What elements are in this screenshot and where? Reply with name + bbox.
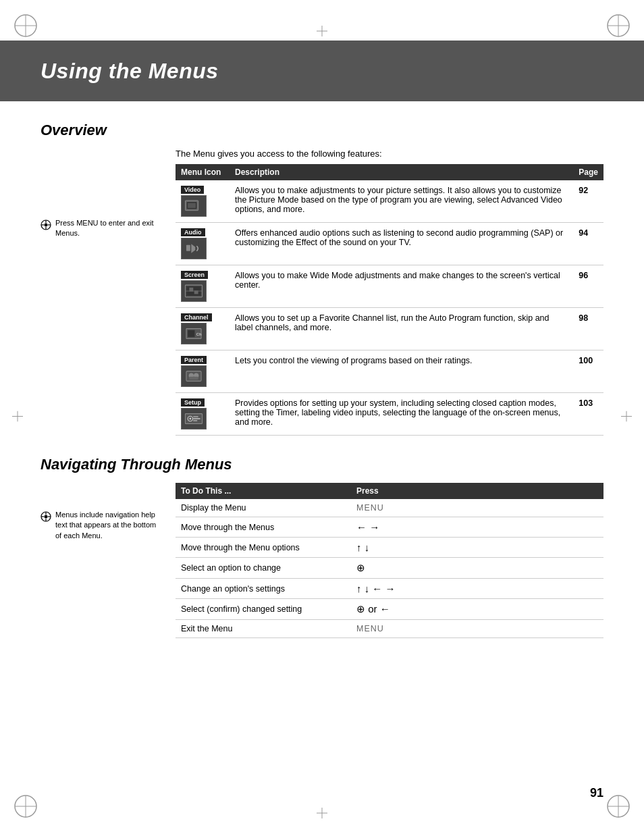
svg-rect-27 xyxy=(186,245,190,251)
page-cell: 100 xyxy=(573,350,603,393)
overview-intro: The Menu gives you access to the followi… xyxy=(176,149,603,159)
press-cell: MENU xyxy=(351,620,603,638)
menu-icon-small xyxy=(41,219,51,233)
table-row: Video Allows you to make adjustments to … xyxy=(176,180,603,223)
description-cell: Allows you to make Wide Mode adjustments… xyxy=(230,265,573,308)
icon-cell: Parent xyxy=(181,356,224,387)
corner-mark-br xyxy=(605,793,632,822)
col-menu-icon: Menu Icon xyxy=(176,164,230,180)
icon-label: Channel xyxy=(181,313,212,321)
action-cell: Select an option to change xyxy=(176,558,351,579)
overview-table: Menu Icon Description Page Video Allows … xyxy=(176,164,603,436)
header-banner: Using the Menus xyxy=(0,41,644,101)
icon-label: Video xyxy=(181,186,204,194)
press-cell: ⊕ xyxy=(351,558,603,579)
action-cell: Select (confirm) changed setting xyxy=(176,599,351,620)
page-number: 91 xyxy=(590,786,603,800)
press-cell: MENU xyxy=(351,499,603,517)
table-row: Audio Offers enhanced audio options such… xyxy=(176,223,603,265)
description-cell: Offers enhanced audio options such as li… xyxy=(230,223,573,265)
action-cell: Display the Menu xyxy=(176,499,351,517)
svg-rect-34 xyxy=(188,330,194,337)
menu-icon-cell: Parent xyxy=(176,350,230,393)
icon-label: Parent xyxy=(181,356,207,364)
overview-table-header-row: Menu Icon Description Page xyxy=(176,164,603,180)
svg-rect-39 xyxy=(189,377,198,380)
icon-label: Audio xyxy=(181,228,205,236)
nav-col-action: To Do This ... xyxy=(176,483,351,499)
press-cell: ⊕ or ← xyxy=(351,599,603,620)
nav-table: To Do This ... Press Display the MenuMEN… xyxy=(176,483,603,638)
overview-section: Overview The Menu gives you access to th… xyxy=(41,122,603,436)
press-cell: ↑ ↓ ← → xyxy=(351,579,603,599)
description-cell: Provides options for setting up your sys… xyxy=(230,393,573,436)
main-content: Overview The Menu gives you access to th… xyxy=(41,115,603,638)
page-cell: 96 xyxy=(573,265,603,308)
overview-sidebar-text: Press MENU to enter and exit Menus. xyxy=(55,218,162,239)
icon-cell: Channel Ch xyxy=(181,313,224,344)
nav-sidebar-text: Menus include navigation help text that … xyxy=(55,510,162,541)
icon-cell: Screen xyxy=(181,271,224,302)
description-cell: Allows you to set up a Favorite Channel … xyxy=(230,308,573,350)
nav-section: Navigating Through Menus xyxy=(41,456,603,638)
top-center-mark xyxy=(317,26,327,38)
svg-point-19 xyxy=(45,224,48,227)
table-row: Move through the Menu options↑ ↓ xyxy=(176,538,603,558)
table-row: Exit the MenuMENU xyxy=(176,620,603,638)
icon-label: Screen xyxy=(181,271,208,279)
bottom-center-mark xyxy=(317,808,327,820)
action-cell: Change an option's settings xyxy=(176,579,351,599)
svg-rect-36 xyxy=(186,371,201,382)
icon-image xyxy=(181,238,207,259)
overview-layout: Press MENU to enter and exit Menus. Menu… xyxy=(41,164,603,436)
description-cell: Lets you control the viewing of programs… xyxy=(230,350,573,393)
table-row: Setup Provides options for setting up yo… xyxy=(176,393,603,436)
icon-image: Ch xyxy=(181,323,207,344)
table-row: Move through the Menus← → xyxy=(176,517,603,538)
svg-text:Ch: Ch xyxy=(196,332,202,336)
right-center-mark xyxy=(621,411,632,423)
corner-mark-tl xyxy=(12,12,39,41)
menu-icon-cell: Video xyxy=(176,180,230,223)
table-row: Display the MenuMENU xyxy=(176,499,603,517)
overview-heading: Overview xyxy=(41,122,603,139)
table-row: Screen Allows you to make Wide Mode adju… xyxy=(176,265,603,308)
action-cell: Move through the Menu options xyxy=(176,538,351,558)
nav-sidebar-note: Menus include navigation help text that … xyxy=(41,510,162,541)
table-row: Parent Lets you control the viewing of p… xyxy=(176,350,603,393)
icon-label: Setup xyxy=(181,398,205,407)
svg-rect-32 xyxy=(194,290,198,294)
icon-cell: Audio xyxy=(181,228,224,259)
menu-icon-cell: Audio xyxy=(176,223,230,265)
action-cell: Move through the Menus xyxy=(176,517,351,538)
press-cell: ← → xyxy=(351,517,603,538)
svg-point-42 xyxy=(189,418,191,420)
svg-point-47 xyxy=(45,515,48,519)
action-cell: Exit the Menu xyxy=(176,620,351,638)
press-cell: ↑ ↓ xyxy=(351,538,603,558)
table-row: Select an option to change⊕ xyxy=(176,558,603,579)
page-cell: 92 xyxy=(573,180,603,223)
col-page: Page xyxy=(573,164,603,180)
svg-rect-26 xyxy=(188,203,196,208)
page-title: Using the Menus xyxy=(41,59,219,84)
icon-cell: Video xyxy=(181,186,224,217)
nav-sidebar: Menus include navigation help text that … xyxy=(41,483,176,638)
nav-col-press: Press xyxy=(351,483,603,499)
page-cell: 94 xyxy=(573,223,603,265)
nav-menu-icon-small xyxy=(41,511,51,525)
page-cell: 103 xyxy=(573,393,603,436)
svg-rect-31 xyxy=(189,288,193,292)
corner-mark-bl xyxy=(12,793,39,822)
nav-table-header-row: To Do This ... Press xyxy=(176,483,603,499)
table-row: Change an option's settings↑ ↓ ← → xyxy=(176,579,603,599)
nav-heading: Navigating Through Menus xyxy=(41,456,603,473)
menu-icon-cell: Channel Ch xyxy=(176,308,230,350)
menu-icon-cell: Setup xyxy=(176,393,230,436)
nav-layout: Menus include navigation help text that … xyxy=(41,483,603,638)
overview-sidebar-note: Press MENU to enter and exit Menus. xyxy=(41,218,162,239)
menu-icon-cell: Screen xyxy=(176,265,230,308)
corner-mark-tr xyxy=(605,12,632,41)
icon-cell: Setup xyxy=(181,398,224,429)
icon-image xyxy=(181,280,207,302)
